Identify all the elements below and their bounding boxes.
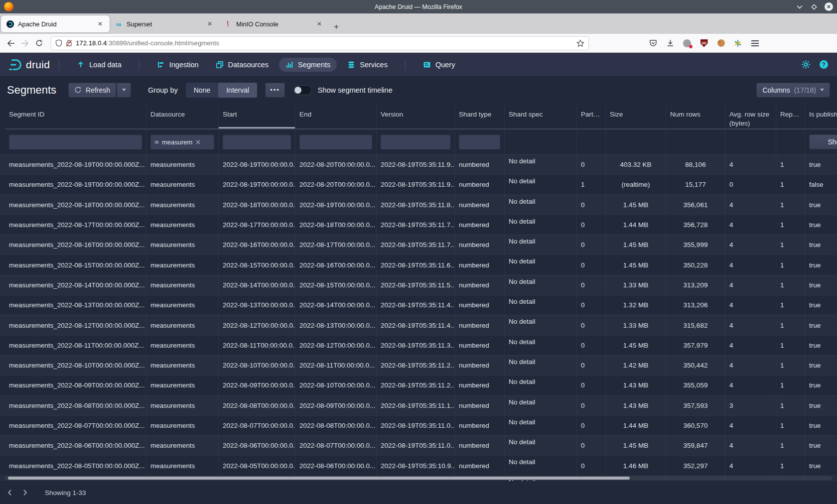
cell-start[interactable]: 2022-08-18T00:00:00.0... — [219, 195, 295, 215]
cell-version[interactable]: 2022-08-19T05:35:11.9... — [377, 155, 455, 174]
table-row[interactable]: measurements_2022-08-16T00:00:00.000Z...… — [0, 235, 837, 254]
cell-replication[interactable]: 1 — [776, 315, 805, 335]
cell-version[interactable]: 2022-08-19T05:35:11.7... — [377, 215, 455, 235]
cell-shard-spec[interactable]: No detail — [505, 436, 577, 455]
cell-end[interactable]: 2022-08-19T00:00:00.0... — [295, 195, 377, 215]
cell-num-rows[interactable]: 313,206 — [666, 295, 725, 315]
cell-avg-row-size[interactable]: 4 — [725, 416, 776, 435]
cell-shard-spec[interactable]: No detail — [505, 195, 577, 215]
cell-segment-id[interactable]: measurements_2022-08-06T00:00:00.000Z... — [5, 436, 146, 455]
cell-end[interactable]: 2022-08-13T00:00:00.0... — [295, 315, 377, 335]
cell-end[interactable]: 2022-08-10T00:00:00.0... — [295, 376, 377, 395]
group-by-interval-button[interactable]: Interval — [218, 83, 257, 98]
table-row[interactable]: measurements_2022-08-11T00:00:00.000Z...… — [0, 335, 837, 355]
cell-shard-type[interactable]: numbered — [455, 336, 505, 355]
refresh-dropdown-button[interactable] — [116, 83, 131, 98]
cell-shard-spec[interactable]: No detail — [505, 275, 577, 295]
cell-replication[interactable]: 1 — [776, 356, 805, 375]
cell-datasource[interactable]: measurements — [146, 456, 219, 475]
cell-shard-type[interactable]: numbered — [455, 195, 505, 215]
menu-icon[interactable] — [750, 39, 759, 48]
cell-datasource[interactable]: measurements — [146, 396, 219, 415]
table-row[interactable]: measurements_2022-08-10T00:00:00.000Z...… — [0, 355, 837, 375]
url-bar[interactable]: 172.18.0.4:30899/unified-console.html#se… — [51, 36, 589, 50]
cell-num-rows[interactable]: 315,682 — [666, 315, 725, 335]
druid-logo[interactable]: druid — [8, 57, 50, 72]
cell-avg-row-size[interactable]: 4 — [725, 295, 776, 315]
cell-size[interactable]: 1.46 MB — [606, 456, 666, 475]
cell-avg-row-size[interactable]: 4 — [725, 155, 776, 174]
cell-shard-spec[interactable]: No detail — [505, 155, 577, 174]
column-header-datasource[interactable]: Datasource — [146, 104, 219, 129]
url-text[interactable]: 172.18.0.4:30899/unified-console.html#se… — [76, 39, 573, 47]
cell-partition[interactable]: 0 — [577, 255, 606, 274]
reload-button[interactable] — [32, 36, 46, 50]
cell-datasource[interactable]: measurements — [146, 195, 219, 215]
column-header-end[interactable]: End — [295, 104, 377, 129]
cell-end[interactable]: 2022-08-14T00:00:00.0... — [295, 295, 377, 315]
cell-is-published[interactable]: true — [805, 155, 837, 174]
nav-item-segments[interactable]: Segments — [279, 58, 337, 72]
column-header-is-published[interactable]: Is published — [805, 104, 837, 129]
help-icon[interactable]: ? — [820, 60, 828, 69]
cell-partition[interactable]: 0 — [577, 155, 606, 174]
cell-shard-type[interactable]: numbered — [455, 235, 505, 254]
filter-input-shard-type[interactable] — [459, 134, 500, 149]
cell-avg-row-size[interactable]: 3 — [725, 396, 776, 415]
cell-num-rows[interactable]: 15,177 — [666, 175, 725, 194]
cell-start[interactable]: 2022-08-12T00:00:00.0... — [219, 315, 295, 335]
cell-start[interactable]: 2022-08-17T00:00:00.0... — [219, 215, 295, 235]
cell-avg-row-size[interactable]: 4 — [725, 315, 776, 335]
column-header-avg-row-size[interactable]: Avg. row size (bytes) — [725, 104, 776, 129]
cell-segment-id[interactable]: measurements_2022-08-13T00:00:00.000Z... — [5, 295, 146, 315]
cell-version[interactable]: 2022-08-19T05:35:11.3... — [377, 336, 455, 355]
table-row[interactable]: measurements_2022-08-14T00:00:00.000Z...… — [0, 275, 837, 295]
cell-replication[interactable]: 1 — [776, 155, 805, 174]
column-header-shard-type[interactable]: Shard type — [455, 104, 505, 129]
multicolor-asterisk-icon[interactable] — [733, 39, 742, 48]
filter-input-start[interactable] — [223, 134, 291, 149]
cell-segment-id[interactable]: measurements_2022-08-17T00:00:00.000Z... — [5, 215, 146, 235]
cell-segment-id[interactable]: measurements_2022-08-18T00:00:00.000Z... — [5, 195, 146, 215]
cell-size[interactable]: 1.43 MB — [606, 396, 666, 415]
cell-avg-row-size[interactable]: 4 — [725, 235, 776, 254]
bookmark-star-icon[interactable] — [576, 39, 584, 47]
cell-num-rows[interactable]: 356,061 — [666, 195, 725, 215]
table-row[interactable]: measurements_2022-08-06T00:00:00.000Z...… — [0, 435, 837, 455]
cell-datasource[interactable]: measurements — [146, 356, 219, 375]
cell-size[interactable]: 1.45 MB — [606, 195, 666, 215]
cell-shard-type[interactable]: numbered — [455, 315, 505, 335]
cell-num-rows[interactable]: 350,442 — [666, 356, 725, 375]
nav-item-ingestion[interactable]: Ingestion — [150, 58, 205, 72]
cell-end[interactable]: 2022-08-08T00:00:00.0... — [295, 416, 377, 435]
cell-size[interactable]: 1.45 MB — [606, 235, 666, 254]
cell-size[interactable]: 1.44 MB — [606, 215, 666, 235]
table-row[interactable]: measurements_2022-08-07T00:00:00.000Z...… — [0, 415, 837, 435]
cell-shard-spec[interactable]: No detail — [505, 255, 577, 274]
cell-shard-spec[interactable]: No detail — [505, 215, 577, 235]
cell-partition[interactable]: 0 — [577, 295, 606, 315]
cell-replication[interactable]: 1 — [776, 275, 805, 295]
cell-shard-type[interactable]: numbered — [455, 436, 505, 455]
cell-end[interactable]: 2022-08-12T00:00:00.0... — [295, 336, 377, 355]
table-row[interactable]: measurements_2022-08-15T00:00:00.000Z...… — [0, 254, 837, 274]
table-row[interactable]: measurements_2022-08-09T00:00:00.000Z...… — [0, 375, 837, 395]
cell-num-rows[interactable]: 313,209 — [666, 275, 725, 295]
cell-partition[interactable]: 0 — [577, 436, 606, 455]
cell-shard-type[interactable]: numbered — [455, 155, 505, 174]
cell-partition[interactable]: 0 — [577, 315, 606, 335]
cell-version[interactable]: 2022-08-19T05:35:11.2... — [377, 356, 455, 375]
remove-filter-icon[interactable] — [195, 139, 201, 145]
cell-partition[interactable]: 0 — [577, 396, 606, 415]
cell-size[interactable]: 1.45 MB — [606, 336, 666, 355]
cell-segment-id[interactable]: measurements_2022-08-11T00:00:00.000Z... — [5, 336, 146, 355]
cell-start[interactable]: 2022-08-16T00:00:00.0... — [219, 235, 295, 254]
forward-button[interactable] — [18, 36, 32, 50]
cell-datasource[interactable]: measurements — [146, 175, 219, 194]
cell-datasource[interactable]: measurements — [146, 436, 219, 455]
cell-start[interactable]: 2022-08-14T00:00:00.0... — [219, 275, 295, 295]
cell-version[interactable]: 2022-08-19T05:35:11.5... — [377, 275, 455, 295]
cell-size[interactable]: 1.44 MB — [606, 416, 666, 435]
cell-shard-type[interactable]: numbered — [455, 275, 505, 295]
cell-num-rows[interactable]: 352,297 — [666, 456, 725, 475]
